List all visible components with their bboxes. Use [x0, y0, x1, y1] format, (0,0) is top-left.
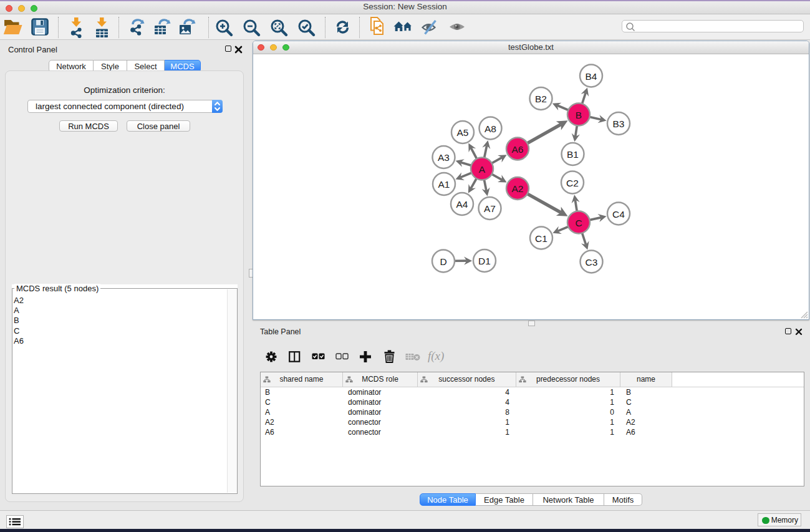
svg-text:B3: B3: [613, 118, 625, 129]
svg-text:C4: C4: [612, 209, 625, 220]
svg-text:A6: A6: [512, 144, 524, 155]
svg-text:A2: A2: [512, 183, 524, 194]
svg-text:A7: A7: [484, 203, 496, 214]
svg-text:C: C: [575, 218, 582, 228]
svg-text:B4: B4: [586, 71, 597, 82]
svg-text:B2: B2: [535, 94, 547, 104]
svg-text:A5: A5: [457, 127, 469, 138]
svg-text:B1: B1: [567, 149, 579, 160]
svg-text:A3: A3: [438, 152, 450, 163]
svg-text:C2: C2: [566, 178, 579, 188]
svg-text:C3: C3: [586, 257, 598, 268]
svg-text:A8: A8: [485, 123, 496, 134]
svg-text:A1: A1: [438, 179, 450, 190]
svg-text:D: D: [440, 256, 446, 267]
svg-text:A4: A4: [456, 199, 468, 210]
svg-text:D1: D1: [478, 256, 491, 266]
svg-text:A: A: [479, 164, 486, 175]
svg-text:C1: C1: [535, 233, 547, 244]
svg-text:B: B: [576, 110, 582, 120]
